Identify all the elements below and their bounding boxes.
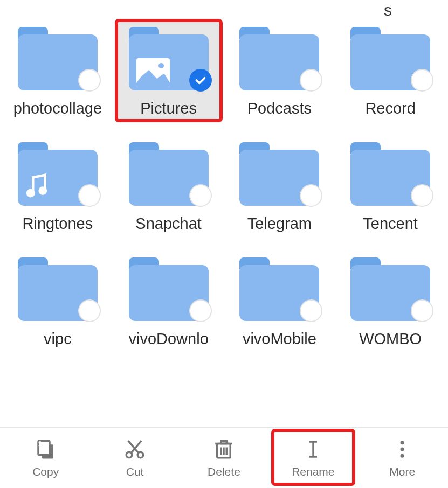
folder-grid: photocollagePicturesPodcastsRecordRingto… [0,0,448,352]
folder-label: Record [365,99,416,117]
selection-circle[interactable] [189,184,212,207]
selection-circle[interactable] [78,184,101,207]
folder-icon [350,24,430,94]
delete-icon [212,436,235,462]
action-label: Rename [292,465,334,478]
selection-circle[interactable] [411,184,433,207]
folder-icon [18,254,98,324]
folder-item[interactable]: Podcasts [228,20,332,121]
folder-label: vivoDownlo [128,330,208,348]
svg-point-4 [126,452,132,458]
svg-point-5 [137,452,143,458]
delete-button[interactable]: Delete [183,430,264,484]
folder-icon [350,139,430,209]
folder-item[interactable]: vivoDownlo [116,251,221,351]
folder-item[interactable]: Snapchat [116,136,221,236]
more-icon [391,436,413,462]
folder-label: Tencent [363,214,418,233]
folder-item[interactable]: Pictures [116,20,221,121]
folder-icon [239,24,319,94]
folder-label: Ringtones [23,214,93,233]
folder-item[interactable]: WOMBO [338,251,443,351]
action-label: Cut [126,465,144,478]
cut-icon [123,436,146,462]
copy-count-badge: 1 [38,440,42,448]
svg-point-17 [401,441,404,444]
folder-icon [18,139,98,209]
stray-text: s [384,1,392,19]
action-label: Copy [32,465,59,478]
selection-circle[interactable] [78,69,101,92]
svg-rect-13 [221,441,227,443]
cut-button[interactable]: Cut [94,430,175,484]
rename-icon [302,436,325,462]
selection-circle[interactable] [300,184,322,207]
folder-icon [129,254,209,324]
action-label: Delete [208,465,240,478]
svg-point-18 [401,448,404,451]
folder-item[interactable]: Telegram [228,136,332,236]
selection-circle[interactable] [411,299,433,322]
folder-item[interactable]: Record [338,20,443,121]
folder-label: vipc [44,330,72,348]
folder-item[interactable]: photocollage [5,20,110,121]
selection-circle[interactable] [300,69,322,92]
folder-label: WOMBO [359,330,422,348]
folder-label: Pictures [140,99,197,117]
more-button[interactable]: More [362,430,443,484]
svg-point-1 [40,188,46,194]
selection-circle[interactable] [300,299,322,322]
folder-icon [239,139,319,209]
folder-item[interactable]: vivoMobile [228,251,332,351]
folder-label: Telegram [247,214,312,233]
folder-icon [239,254,319,324]
selection-circle[interactable] [411,69,433,92]
svg-point-19 [401,454,404,458]
action-label: More [389,465,415,478]
selection-circle[interactable] [78,299,101,322]
folder-icon [350,254,430,324]
copy-button[interactable]: 1Copy [5,430,86,484]
folder-icon [18,24,98,94]
copy-icon: 1 [35,436,57,462]
folder-label: Podcasts [247,99,312,117]
rename-button[interactable]: Rename [273,430,354,484]
folder-icon [129,139,209,209]
action-bar: 1CopyCutDeleteRenameMore [0,427,448,488]
selection-circle[interactable] [189,299,212,322]
folder-label: vivoMobile [243,330,316,348]
image-icon [136,58,170,87]
folder-label: Snapchat [135,214,202,233]
folder-item[interactable]: Tencent [338,136,443,236]
folder-item[interactable]: Ringtones [5,136,110,236]
folder-label: photocollage [13,99,102,117]
checkmark-icon[interactable] [189,69,212,92]
folder-icon [129,24,209,94]
svg-point-0 [27,190,33,196]
folder-item[interactable]: vipc [5,251,110,351]
music-icon [22,171,51,203]
